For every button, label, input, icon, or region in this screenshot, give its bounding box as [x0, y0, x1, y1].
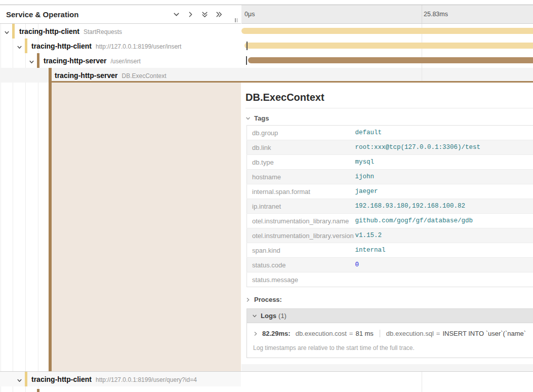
- tag-row: db.typemysql: [247, 155, 533, 170]
- tag-key: span.kind: [247, 243, 355, 258]
- tags-label: Tags: [254, 114, 269, 122]
- tag-value: 192.168.93.180,192.168.100.82: [355, 199, 533, 214]
- log-field-value: INSERT INTO `user`(`name`: [442, 330, 526, 337]
- ruler-gridline: [422, 5, 422, 23]
- span-detail-panel: DB.ExecContext Tags db.groupdefault db.l…: [241, 83, 533, 371]
- span-duration-bar[interactable]: [244, 43, 533, 49]
- span-detail-title: DB.ExecContext: [245, 91, 533, 103]
- service-operation-header: Service & Operation: [0, 5, 241, 24]
- tag-value: github.com/gogf/gf/database/gdb: [355, 214, 533, 228]
- tag-key: status.code: [247, 258, 355, 272]
- span-event-tick: [246, 56, 247, 65]
- span-collapse-toggle[interactable]: [4, 28, 10, 34]
- service-name: tracing-http-client: [31, 375, 92, 383]
- timeline-gridline: [422, 372, 422, 392]
- timeline-header: Service & Operation 0μs 25.83ms: [0, 5, 533, 24]
- service-name: tracing-http-client: [19, 27, 79, 35]
- tag-key: ip.intranet: [247, 199, 355, 214]
- column-resizer-handle[interactable]: [235, 18, 237, 22]
- tag-value: default: [355, 126, 533, 140]
- span-timeline-cell: [241, 24, 533, 38]
- tag-key: db.link: [247, 140, 355, 155]
- tag-key: db.type: [247, 155, 355, 170]
- tag-row: hostnameijohn: [247, 170, 533, 184]
- chevron-right-icon: [187, 11, 194, 18]
- span-collapse-toggle[interactable]: [17, 376, 23, 382]
- trace-timeline-view: Service & Operation 0μs 25.83ms: [0, 0, 533, 392]
- span-name-cell: tracing-http-serverDB.ExecContext: [0, 68, 241, 83]
- process-accordion-header[interactable]: Process:: [245, 296, 533, 303]
- tag-key: db.group: [247, 126, 355, 140]
- span-duration-bar[interactable]: [241, 28, 533, 34]
- logs-footnote: Log timestamps are relative to the start…: [247, 340, 533, 358]
- log-field-separator: [380, 330, 380, 337]
- collapse-all-button[interactable]: [200, 10, 209, 18]
- tags-accordion-header[interactable]: Tags: [245, 111, 533, 125]
- log-field-key: db.execution.cost: [296, 330, 347, 337]
- chevron-down-icon: [17, 45, 22, 50]
- span-timeline-cell: [241, 372, 533, 386]
- span-name-cell: tracing-http-clienthttp://127.0.0.1:8199…: [0, 372, 241, 386]
- double-chevron-right-icon: [215, 11, 223, 18]
- tag-row: db.linkroot:xxx@tcp(127.0.0.1:3306)/test: [247, 140, 533, 155]
- span-rows: tracing-http-clientStartRequests tracing…: [0, 24, 533, 83]
- operation-name: DB.ExecContext: [121, 72, 166, 80]
- span-timeline-cell: [241, 38, 533, 53]
- tag-key: status.message: [247, 272, 355, 287]
- tag-value: jaeger: [355, 184, 533, 199]
- span-row-db-exec-context[interactable]: tracing-http-serverDB.ExecContext: [0, 68, 533, 83]
- divider: [245, 108, 533, 108]
- service-name: tracing-http-client: [31, 42, 92, 50]
- service-operation-title: Service & Operation: [6, 10, 78, 19]
- tag-row: ip.intranet192.168.93.180,192.168.100.82: [247, 199, 533, 214]
- operation-name: http://127.0.0.1:8199/user/insert: [96, 43, 181, 50]
- logs-accordion-header[interactable]: Logs (1): [247, 309, 533, 323]
- tag-value: root:xxx@tcp(127.0.0.1:3306)/test: [355, 140, 533, 155]
- service-name: tracing-http-server: [44, 57, 106, 65]
- tag-value: 0: [355, 258, 533, 272]
- span-timeline-cell: [241, 68, 533, 83]
- tag-value: [355, 272, 533, 287]
- tag-key: internal.span.format: [247, 184, 355, 199]
- expand-all-button[interactable]: [215, 10, 223, 18]
- tag-row: status.code0: [247, 258, 533, 272]
- span-detail-row: DB.ExecContext Tags db.groupdefault db.l…: [0, 83, 533, 371]
- timeline-ruler[interactable]: 0μs 25.83ms: [241, 5, 533, 24]
- tags-table: db.groupdefault db.linkroot:xxx@tcp(127.…: [247, 125, 533, 287]
- span-color-bar: [37, 389, 39, 392]
- expand-one-button[interactable]: [186, 10, 194, 18]
- span-detail-footer-strip: [241, 364, 533, 371]
- span-row-client-insert[interactable]: tracing-http-clienthttp://127.0.0.1:8199…: [0, 38, 533, 53]
- equals-sign: =: [436, 330, 440, 337]
- chevron-down-icon: [29, 59, 34, 65]
- top-divider: [0, 0, 533, 5]
- span-row-start-requests[interactable]: tracing-http-clientStartRequests: [0, 24, 533, 38]
- span-collapse-toggle[interactable]: [17, 43, 23, 49]
- span-collapse-toggle[interactable]: [29, 58, 35, 64]
- span-row-server-insert[interactable]: tracing-http-server/user/insert: [0, 53, 533, 68]
- log-field-value: 81 ms: [355, 330, 373, 337]
- log-entry-row[interactable]: 82.29ms: db.execution.cost = 81 ms db.ex…: [247, 323, 533, 340]
- service-name: tracing-http-server: [55, 71, 117, 80]
- operation-name: StartRequests: [84, 28, 122, 35]
- span-row-client-query[interactable]: tracing-http-clienthttp://127.0.0.1:8199…: [0, 372, 533, 386]
- operation-name: http://127.0.0.1:8199/user/query?id=4: [96, 376, 197, 383]
- process-label: Process:: [254, 296, 282, 303]
- tag-value: ijohn: [355, 170, 533, 184]
- ruler-tick-label: 25.83ms: [424, 11, 448, 18]
- span-duration-bar[interactable]: [248, 57, 533, 63]
- span-detail-left-fill: [52, 83, 241, 371]
- tag-row: span.kindinternal: [247, 243, 533, 258]
- expand-collapse-controls: [172, 10, 223, 18]
- span-name-cell: tracing-http-server/user/insert: [0, 53, 241, 68]
- tag-value: internal: [355, 243, 533, 258]
- double-chevron-down-icon: [201, 11, 209, 18]
- equals-sign: =: [349, 330, 353, 337]
- chevron-down-icon: [173, 11, 180, 18]
- span-name-cell: tracing-http-clienthttp://127.0.0.1:8199…: [0, 38, 241, 53]
- span-timeline-cell: [241, 53, 533, 68]
- span-color-bar: [25, 372, 27, 386]
- span-row-partial[interactable]: [0, 386, 533, 392]
- collapse-one-button[interactable]: [172, 10, 180, 18]
- tag-value: mysql: [355, 155, 533, 170]
